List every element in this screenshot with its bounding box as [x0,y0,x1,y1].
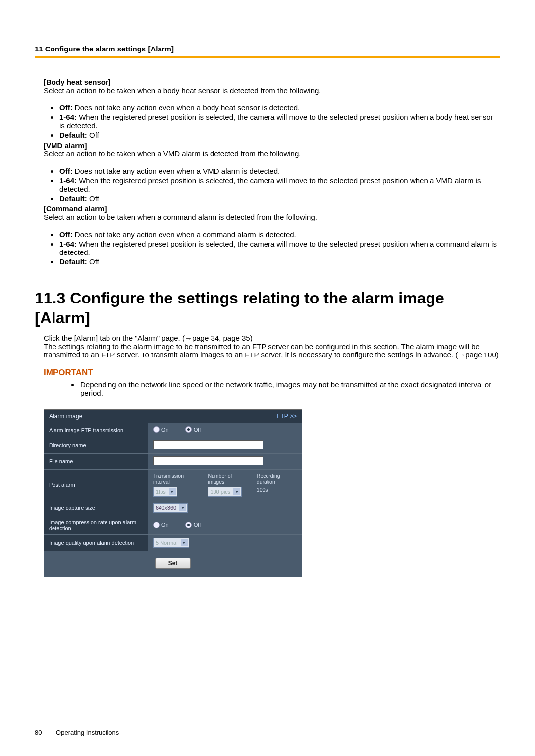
post-rd-label: Recording duration [257,473,297,485]
list-item: Depending on the network line speed or t… [79,380,500,397]
list-item: Default: Off [58,257,500,266]
row-comp-label: Image compression rate upon alarm detect… [44,516,148,535]
body-heat-intro: Select an action to be taken when a body… [44,86,500,95]
post-ni-label: Number of images [208,473,246,485]
page-number: 80 [35,729,48,736]
important-label: IMPORTANT [44,368,500,379]
vmd-title: [VMD alarm] [44,141,500,150]
row-ftp-label: Alarm image FTP transmission [44,423,148,437]
image-capture-size-select[interactable]: 640x360▾ [153,503,188,513]
directory-name-input[interactable] [153,440,263,449]
ftp-off-radio[interactable]: Off [185,426,201,433]
body-heat-title: [Body heat sensor] [44,78,500,86]
section-vmd: [VMD alarm] Select an action to be taken… [35,141,500,158]
list-item: 1-64: When the registered preset positio… [58,113,500,130]
set-button[interactable]: Set [155,558,191,569]
comp-off-radio[interactable]: Off [185,522,201,528]
alarm-image-panel: Alarm image FTP >> Alarm image FTP trans… [44,409,302,577]
file-name-input[interactable] [153,456,263,465]
chevron-down-icon: ▾ [181,539,188,546]
command-list: Off: Does not take any action even when … [35,230,500,266]
intro-para-1: Click the [Alarm] tab on the "Alarm" pag… [35,334,500,342]
intro-para-2: The settings relating to the alarm image… [35,342,500,359]
ftp-link[interactable]: FTP >> [277,413,297,420]
number-of-images-select[interactable]: 100 pics▾ [208,487,242,497]
ftp-on-radio[interactable]: On [153,426,169,433]
list-item: Default: Off [58,131,500,139]
chevron-down-icon: ▾ [179,504,186,511]
transmission-interval-select[interactable]: 1fps▾ [153,487,177,497]
page-footer: 80 Operating Instructions [35,729,119,736]
vmd-intro: Select an action to be taken when a VMD … [44,150,500,158]
section-heading-11-3: 11.3 Configure the settings relating to … [35,288,500,328]
post-ti-label: Transmission interval [153,473,198,485]
list-item: Off: Does not take any action even when … [58,167,500,175]
section-body-heat: [Body heat sensor] Select an action to b… [35,78,500,95]
row-qual-label: Image quality upon alarm detection [44,535,148,551]
important-list: Depending on the network line speed or t… [44,380,500,397]
panel-header-title: Alarm image [44,410,148,423]
section-command: [Command alarm] Select an action to be t… [35,204,500,221]
list-item: 1-64: When the registered preset positio… [58,240,500,256]
page-header: 11 Configure the alarm settings [Alarm] [35,45,500,58]
chapter-title: 11 Configure the alarm settings [Alarm] [35,45,174,53]
row-file-label: File name [44,454,148,470]
doc-title: Operating Instructions [56,729,119,736]
image-quality-select[interactable]: 5 Normal▾ [153,538,189,548]
recording-duration-value: 100s [257,487,297,493]
row-size-label: Image capture size [44,500,148,516]
chevron-down-icon: ▾ [169,488,176,495]
list-item: Default: Off [58,194,500,202]
vmd-list: Off: Does not take any action even when … [35,167,500,202]
command-intro: Select an action to be taken when a comm… [44,213,500,221]
command-title: [Command alarm] [44,204,500,213]
row-post-label: Post alarm [44,470,148,500]
row-dir-label: Directory name [44,437,148,454]
list-item: Off: Does not take any action even when … [58,103,500,112]
list-item: 1-64: When the registered preset positio… [58,176,500,193]
comp-on-radio[interactable]: On [153,522,169,528]
body-heat-list: Off: Does not take any action even when … [35,103,500,139]
chevron-down-icon: ▾ [233,488,240,495]
list-item: Off: Does not take any action even when … [58,230,500,239]
